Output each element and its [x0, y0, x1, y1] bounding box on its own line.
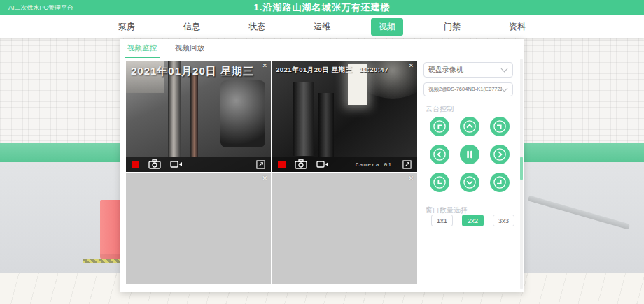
- nav-tab-video[interactable]: 视频: [371, 18, 403, 36]
- fullscreen-expand-icon[interactable]: [402, 160, 412, 169]
- recorder-select[interactable]: 硬盘录像机: [424, 62, 513, 78]
- video-grid: 2021年01月20日 星期三 ✕: [126, 61, 417, 284]
- arrow-down-right-icon: [490, 173, 510, 192]
- arrow-down-left-icon: [430, 173, 449, 192]
- snapshot-camera-icon[interactable]: [148, 159, 161, 169]
- record-indicator[interactable]: [278, 161, 286, 168]
- pause-icon: [460, 145, 479, 164]
- nav-tab-access-control[interactable]: 门禁: [436, 18, 468, 36]
- video-camera-icon[interactable]: [170, 160, 183, 168]
- window-3x3-button[interactable]: 3x3: [493, 215, 514, 226]
- panel-scrollbar-track: [520, 59, 523, 289]
- subtab-playback[interactable]: 视频回放: [172, 39, 207, 57]
- ptz-down-button[interactable]: [460, 173, 479, 192]
- main-nav-bar: 泵房 信息 状态 运维 视频 门禁 资料: [0, 15, 644, 38]
- osd-timestamp: 2021年01月20日 星期三11:20:47: [276, 66, 417, 75]
- video-frame-detail: [190, 73, 198, 157]
- window-count-label: 窗口数量选择: [426, 205, 468, 215]
- recorder-select-value: 硬盘录像机: [424, 65, 502, 75]
- video-frame-detail: [220, 80, 265, 147]
- video-frame-machinery: [272, 61, 417, 172]
- ptz-up-right-button[interactable]: [490, 117, 510, 136]
- camera-osd-label: Camera 01: [356, 161, 392, 168]
- channel-select[interactable]: 视频2@DS-7604NB-K1(E07722000): [424, 82, 513, 96]
- nav-tab-status[interactable]: 状态: [241, 18, 273, 36]
- top-header-bar: AI二次供水PC管理平台 1.沿湖路山湖名城张万有还建楼: [0, 0, 644, 15]
- video-toolbar: [126, 157, 271, 172]
- fullscreen-expand-icon[interactable]: [256, 160, 265, 169]
- background-red-cabinet: [100, 200, 122, 259]
- video-pane-2[interactable]: 2021年01月20日 星期三11:20:47 ✕: [272, 61, 417, 172]
- chevron-down-icon: [501, 85, 508, 92]
- panel-scrollbar-thumb[interactable]: [520, 157, 523, 180]
- close-icon[interactable]: ✕: [262, 175, 267, 182]
- ptz-down-left-button[interactable]: [430, 173, 449, 192]
- video-pane-3-empty[interactable]: ✕: [126, 173, 271, 284]
- window-1x1-button[interactable]: 1x1: [431, 215, 453, 226]
- nav-tab-info[interactable]: 信息: [176, 18, 208, 36]
- subtab-live-monitor[interactable]: 视频监控: [125, 39, 160, 57]
- ptz-control-pad: [430, 117, 510, 192]
- ptz-pause-button[interactable]: [460, 145, 479, 164]
- video-pane-4-empty[interactable]: ✕: [272, 173, 417, 284]
- subtab-divider: [120, 57, 524, 57]
- arrow-up-right-icon: [490, 117, 510, 136]
- ptz-down-right-button[interactable]: [490, 173, 510, 192]
- video-camera-icon[interactable]: [316, 160, 329, 168]
- page-title: 1.沿湖路山湖名城张万有还建楼: [0, 1, 644, 14]
- chevron-down-icon: [501, 66, 508, 73]
- arrow-up-left-icon: [430, 117, 449, 136]
- ptz-left-button[interactable]: [430, 145, 449, 164]
- video-subtabs: 视频监控 视频回放: [125, 39, 207, 57]
- background-warning-strip: [83, 259, 123, 263]
- osd-date: 2021年01月20日 星期三: [276, 66, 352, 73]
- window-count-buttons: 1x1 2x2 3x3: [431, 215, 514, 226]
- osd-time: 11:20:47: [359, 66, 388, 73]
- arrow-down-icon: [460, 173, 479, 192]
- snapshot-camera-icon[interactable]: [295, 159, 307, 169]
- nav-tab-operations[interactable]: 运维: [306, 18, 338, 36]
- close-icon[interactable]: ✕: [408, 175, 414, 182]
- nav-tab-pump-room[interactable]: 泵房: [111, 18, 143, 36]
- ptz-up-button[interactable]: [460, 117, 479, 136]
- window-2x2-button[interactable]: 2x2: [462, 215, 484, 226]
- close-icon[interactable]: ✕: [408, 62, 414, 69]
- arrow-right-icon: [490, 145, 510, 164]
- ptz-control-label: 云台控制: [426, 104, 454, 114]
- video-frame-detail: [293, 82, 314, 156]
- video-frame-detail: [318, 93, 334, 157]
- ptz-right-button[interactable]: [490, 145, 510, 164]
- video-panel-card: 视频监控 视频回放 2021年01月20日 星期三 ✕: [120, 39, 524, 292]
- ptz-up-left-button[interactable]: [430, 117, 449, 136]
- arrow-up-icon: [460, 117, 479, 136]
- channel-select-value: 视频2@DS-7604NB-K1(E07722000): [424, 86, 502, 93]
- video-toolbar: Camera 01: [272, 157, 417, 172]
- app-window: AI二次供水PC管理平台 1.沿湖路山湖名城张万有还建楼 泵房 信息 状态 运维…: [0, 0, 644, 304]
- close-icon[interactable]: ✕: [262, 62, 267, 69]
- record-indicator[interactable]: [132, 161, 139, 168]
- osd-timestamp: 2021年01月20日 星期三: [131, 65, 271, 78]
- video-pane-1[interactable]: 2021年01月20日 星期三 ✕: [126, 61, 271, 172]
- arrow-left-icon: [430, 145, 449, 164]
- nav-tab-documents[interactable]: 资料: [501, 18, 533, 36]
